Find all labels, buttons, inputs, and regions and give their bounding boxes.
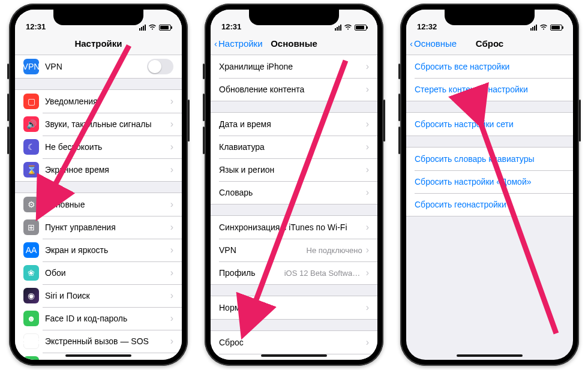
chevron-right-icon: › xyxy=(170,119,173,130)
chevron-left-icon: ‹ xyxy=(214,38,217,49)
phone-frame-3: 12:32 ‹Основные Сброс Сбросить все настр… xyxy=(400,4,579,366)
reset-list[interactable]: Сбросить все настройки Стереть контент и… xyxy=(406,55,573,360)
chevron-right-icon: › xyxy=(170,199,173,210)
chevron-right-icon: › xyxy=(170,222,173,233)
row-screentime[interactable]: ⌛Экранное время› xyxy=(15,158,182,181)
row-value: iOS 12 Beta Software Profile xyxy=(284,269,362,278)
chevron-right-icon: › xyxy=(366,302,369,313)
status-time: 12:31 xyxy=(221,22,241,31)
row-datetime[interactable]: Дата и время› xyxy=(211,113,377,136)
row-faceid[interactable]: ☻Face ID и код-пароль› xyxy=(15,307,182,330)
chevron-right-icon: › xyxy=(366,164,369,175)
row-siri[interactable]: ◉Siri и Поиск› xyxy=(15,284,182,307)
chevron-right-icon: › xyxy=(170,96,173,107)
row-reset-network[interactable]: Сбросить настройки сети xyxy=(406,113,573,136)
row-dnd[interactable]: ☾Не беспокоить› xyxy=(15,136,182,158)
row-sos[interactable]: SOSЭкстренный вызов — SOS› xyxy=(15,330,182,353)
navbar: ‹Основные Сброс xyxy=(406,32,573,55)
battery-icon xyxy=(355,25,367,31)
notch xyxy=(249,10,339,25)
row-profile[interactable]: ПрофильiOS 12 Beta Software Profile› xyxy=(211,261,377,284)
page-title: Сброс xyxy=(476,38,503,49)
wifi-icon xyxy=(539,24,548,31)
chevron-right-icon: › xyxy=(170,290,173,301)
notifications-icon: ▢ xyxy=(23,94,39,109)
dnd-icon: ☾ xyxy=(23,139,39,155)
row-sounds[interactable]: 🔊Звуки, тактильные сигналы› xyxy=(15,113,182,136)
wallpaper-icon: ❀ xyxy=(23,265,39,281)
row-control-center[interactable]: ⊞Пункт управления› xyxy=(15,216,182,239)
navbar: Настройки xyxy=(15,32,182,55)
row-dictionary[interactable]: Словарь› xyxy=(211,181,377,204)
general-icon: ⚙ xyxy=(23,197,39,212)
row-general[interactable]: ⚙Основные› xyxy=(15,193,182,216)
display-icon: AA xyxy=(23,242,39,258)
row-label: VPN xyxy=(45,62,147,71)
chevron-right-icon: › xyxy=(366,61,369,72)
chevron-right-icon: › xyxy=(366,142,369,152)
chevron-right-icon: › xyxy=(170,245,173,255)
general-list[interactable]: Хранилище iPhone› Обновление контента› Д… xyxy=(211,55,377,360)
chevron-right-icon: › xyxy=(170,313,173,324)
row-display[interactable]: AAЭкран и яркость› xyxy=(15,239,182,261)
status-time: 12:32 xyxy=(417,22,437,31)
row-reset-location[interactable]: Сбросить геонастройки xyxy=(406,193,573,216)
back-button[interactable]: ‹Настройки xyxy=(214,38,263,49)
row-vpn[interactable]: VPN VPN xyxy=(15,55,182,78)
row-regulatory[interactable]: Нормативная› xyxy=(211,296,377,319)
row-reset-all[interactable]: Сбросить все настройки xyxy=(406,55,573,78)
row-itunes-sync[interactable]: Синхронизация с iTunes по Wi-Fi› xyxy=(211,216,377,239)
chevron-right-icon: › xyxy=(366,337,369,348)
sounds-icon: 🔊 xyxy=(23,116,39,132)
chevron-right-icon: › xyxy=(366,187,369,198)
screentime-icon: ⌛ xyxy=(23,162,39,178)
control-center-icon: ⊞ xyxy=(23,219,39,235)
back-button[interactable]: ‹Основные xyxy=(410,38,457,49)
phone-frame-2: 12:31 ‹Настройки Основные Хранилище iPho… xyxy=(205,4,383,366)
battery-row-icon: ▮ xyxy=(23,356,39,360)
row-reset[interactable]: Сброс› xyxy=(211,331,377,354)
phone-frame-1: 12:31 Настройки VPN VPN ▢Уведомлени xyxy=(9,4,188,366)
siri-icon: ◉ xyxy=(23,288,39,303)
chevron-right-icon: › xyxy=(366,245,369,255)
row-wallpaper[interactable]: ❀Обои› xyxy=(15,261,182,284)
wifi-icon xyxy=(148,24,157,31)
row-language[interactable]: Язык и регион› xyxy=(211,158,377,181)
chevron-right-icon: › xyxy=(170,359,173,360)
chevron-left-icon: ‹ xyxy=(410,38,413,49)
signal-icon xyxy=(139,25,146,31)
chevron-right-icon: › xyxy=(170,164,173,175)
row-storage[interactable]: Хранилище iPhone› xyxy=(211,55,377,78)
chevron-right-icon: › xyxy=(170,336,173,347)
wifi-icon xyxy=(344,24,352,31)
signal-icon xyxy=(335,25,341,31)
page-title: Настройки xyxy=(74,38,122,49)
battery-icon xyxy=(550,25,562,31)
row-erase-all[interactable]: Стереть контент и настройки xyxy=(406,78,573,101)
row-reset-home[interactable]: Сбросить настройки «Домой» xyxy=(406,170,573,193)
row-background-refresh[interactable]: Обновление контента› xyxy=(211,78,377,101)
home-indicator[interactable] xyxy=(457,354,523,357)
settings-list[interactable]: VPN VPN ▢Уведомления› 🔊Звуки, тактильные… xyxy=(15,55,182,360)
chevron-right-icon: › xyxy=(170,267,173,278)
chevron-right-icon: › xyxy=(366,222,369,233)
row-keyboard[interactable]: Клавиатура› xyxy=(211,136,377,158)
page-title: Основные xyxy=(271,38,317,49)
navbar: ‹Настройки Основные xyxy=(211,32,377,55)
chevron-right-icon: › xyxy=(170,142,173,152)
status-time: 12:31 xyxy=(26,22,46,31)
vpn-toggle[interactable] xyxy=(147,59,173,74)
home-indicator[interactable] xyxy=(65,354,131,357)
notch xyxy=(53,10,143,25)
chevron-right-icon: › xyxy=(366,84,369,95)
vpn-icon: VPN xyxy=(23,59,39,74)
row-reset-keyboard-dict[interactable]: Сбросить словарь клавиатуры xyxy=(406,148,573,170)
battery-icon xyxy=(159,25,171,31)
faceid-icon: ☻ xyxy=(23,311,39,326)
chevron-right-icon: › xyxy=(366,267,369,278)
signal-icon xyxy=(530,25,537,31)
home-indicator[interactable] xyxy=(261,354,327,357)
row-notifications[interactable]: ▢Уведомления› xyxy=(15,90,182,113)
notch xyxy=(445,10,535,25)
row-vpn[interactable]: VPNНе подключено› xyxy=(211,239,377,261)
